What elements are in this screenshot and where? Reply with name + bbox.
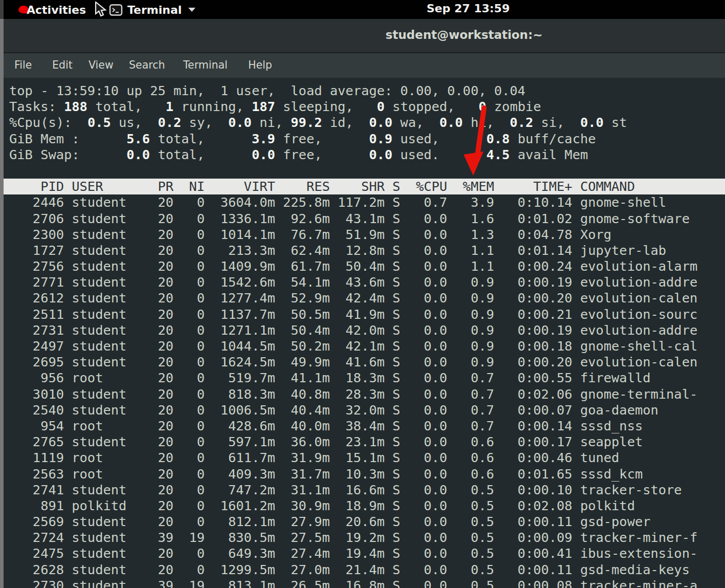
process-row: 2540 student 20 0 1006.5m 40.4m 32.0m S … xyxy=(9,402,725,418)
clock-label: Sep 27 13:59 xyxy=(427,2,510,15)
clock-button[interactable]: Sep 27 13:59 xyxy=(427,2,510,15)
process-row: 1119 root 20 0 611.7m 31.9m 15.1m S 0.0 … xyxy=(9,450,725,466)
process-row: 2300 student 20 0 1014.1m 76.7m 51.9m S … xyxy=(9,227,725,243)
process-row: 2695 student 20 0 1624.5m 49.9m 41.6m S … xyxy=(9,354,725,370)
process-row: 2628 student 20 0 1299.5m 27.0m 21.4m S … xyxy=(9,562,725,578)
process-row: 2724 student 39 19 830.5m 27.5m 19.2m S … xyxy=(9,530,725,546)
process-row: 1727 student 20 0 213.3m 62.4m 12.8m S 0… xyxy=(9,243,725,258)
chevron-down-icon xyxy=(188,8,195,12)
process-row: 954 root 20 0 428.6m 40.0m 38.4m S 0.0 0… xyxy=(9,418,725,434)
terminal-menubar: File Edit View Search Terminal Help xyxy=(4,53,725,78)
top-summary-line-4: GiB Swap: 0.0 total, 0.0 free, 0.0 used.… xyxy=(9,147,725,163)
process-row: 956 root 20 0 519.7m 41.1m 18.3m S 0.0 0… xyxy=(9,370,725,386)
process-row: 2706 student 20 0 1336.1m 92.6m 43.1m S … xyxy=(9,211,725,227)
process-row: 2497 student 20 0 1044.5m 50.2m 42.1m S … xyxy=(9,338,725,354)
process-row: 2765 student 20 0 597.1m 36.0m 23.1m S 0… xyxy=(9,434,725,450)
screen-edge-strip-top xyxy=(0,0,4,19)
menu-search[interactable]: Search xyxy=(129,59,165,71)
process-row: 2612 student 20 0 1277.4m 52.9m 42.4m S … xyxy=(9,290,725,306)
top-output: top - 13:59:10 up 25 min, 1 user, load a… xyxy=(4,78,725,588)
menu-edit[interactable]: Edit xyxy=(52,59,73,71)
menu-help[interactable]: Help xyxy=(248,59,272,71)
process-row: 2569 student 20 0 812.1m 27.9m 20.6m S 0… xyxy=(9,514,725,530)
activities-label: Activities xyxy=(27,4,86,16)
top-summary-line-3: GiB Mem : 5.6 total, 3.9 free, 0.9 used,… xyxy=(9,131,725,147)
activities-button[interactable]: Activities xyxy=(27,2,86,17)
terminal-app-icon xyxy=(109,4,123,16)
process-row: 2730 student 39 19 813.1m 26.5m 16.8m S … xyxy=(9,578,725,588)
mouse-cursor-icon xyxy=(94,2,107,18)
process-row: 2563 root 20 0 409.3m 31.7m 10.3m S 0.0 … xyxy=(9,466,725,482)
top-summary-line-1: Tasks: 188 total, 1 running, 187 sleepin… xyxy=(9,99,725,115)
window-title: student@workstation:~ xyxy=(386,28,543,41)
gnome-top-bar: Activities Terminal Sep 27 13:59 xyxy=(4,0,725,19)
menu-terminal[interactable]: Terminal xyxy=(183,59,228,71)
terminal-screen[interactable]: top - 13:59:10 up 25 min, 1 user, load a… xyxy=(4,78,725,588)
process-row: 2511 student 20 0 1137.7m 50.5m 41.9m S … xyxy=(9,307,725,322)
process-row: 3010 student 20 0 818.3m 40.8m 28.3m S 0… xyxy=(9,386,725,402)
process-row: 2446 student 20 0 3604.0m 225.8m 117.2m … xyxy=(9,194,725,210)
screen-edge-strip xyxy=(0,0,4,588)
process-row: 2756 student 20 0 1409.9m 61.7m 50.4m S … xyxy=(9,258,725,274)
window-titlebar[interactable]: student@workstation:~ xyxy=(4,19,725,53)
blank-line xyxy=(9,163,725,179)
app-menu-terminal[interactable]: Terminal xyxy=(109,2,195,17)
process-row: 2741 student 20 0 747.2m 31.1m 16.6m S 0… xyxy=(9,482,725,498)
menu-view[interactable]: View xyxy=(89,59,114,71)
top-summary-line-2: %Cpu(s): 0.5 us, 0.2 sy, 0.0 ni, 99.2 id… xyxy=(9,115,725,130)
process-row: 2771 student 20 0 1542.6m 54.1m 43.6m S … xyxy=(9,274,725,290)
app-menu-label: Terminal xyxy=(127,4,182,16)
top-summary-line-0: top - 13:59:10 up 25 min, 1 user, load a… xyxy=(9,83,725,99)
process-table-header: PID USER PR NI VIRT RES SHR S %CPU %MEM … xyxy=(4,179,725,194)
menu-file[interactable]: File xyxy=(14,59,32,71)
process-row: 2475 student 20 0 649.3m 27.4m 19.4m S 0… xyxy=(9,546,725,561)
process-row: 2731 student 20 0 1271.1m 50.4m 42.0m S … xyxy=(9,322,725,338)
process-row: 891 polkitd 20 0 1601.2m 30.9m 18.9m S 0… xyxy=(9,498,725,514)
